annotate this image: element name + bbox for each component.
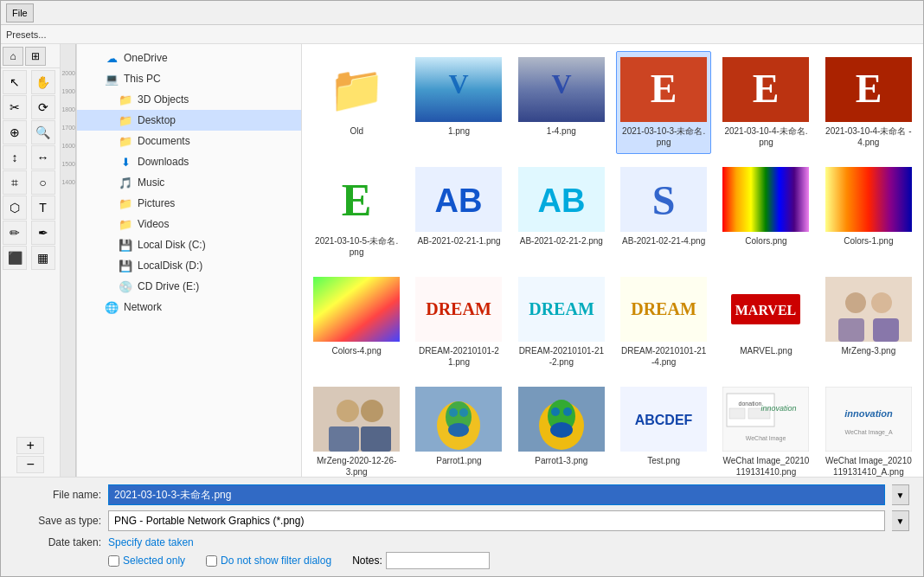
file-item-wechat1a[interactable]: innovation WeChat Image_A WeChat Image_2… — [821, 381, 916, 477]
filename-colors: Colors.png — [745, 235, 786, 247]
thumb-parrot1 — [415, 387, 502, 452]
file-item-mrzeng3[interactable]: MrZeng-3.png — [821, 271, 916, 374]
file-item-colors1[interactable]: Colors-1.png — [821, 161, 916, 264]
nav-item-documents[interactable]: 📁 Documents — [77, 131, 301, 151]
tool-brush[interactable]: ✒ — [31, 221, 55, 245]
file-item-ab2[interactable]: AB AB-2021-02-21-2.png — [514, 161, 609, 264]
file-item-colors4[interactable]: Colors-4.png — [309, 271, 404, 374]
svg-1png: V — [415, 57, 502, 122]
zoom-out-btn[interactable]: − — [16, 456, 44, 473]
selected-only-checkbox[interactable]: Selected only — [108, 555, 185, 567]
nav-item-localdiskc[interactable]: 💾 Local Disk (C:) — [77, 234, 301, 255]
tool-flip-v[interactable]: ↕ — [3, 145, 27, 170]
save-dialog: File Presets... ⌂ ⊞ ↖ ✋ ✂ ⟳ ⊕ 🔍 — [0, 0, 924, 577]
svg-text:AB: AB — [435, 183, 483, 219]
options-row: Selected only Do not show filter dialog … — [108, 552, 909, 569]
nav-item-cddrive[interactable]: 💿 CD Drive (E:) — [77, 276, 301, 297]
no-filter-input[interactable] — [206, 555, 217, 567]
filename-input[interactable] — [108, 484, 885, 505]
svg-rect-20 — [313, 277, 400, 342]
file-item-dream4[interactable]: DREAM DREAM-20210101-21-4.png — [616, 271, 711, 374]
notes-input[interactable] — [386, 552, 490, 569]
file-item-ab1[interactable]: AB AB-2021-02-21-1.png — [411, 161, 506, 264]
date-link[interactable]: Specify date taken — [108, 536, 194, 548]
tool-pattern[interactable]: ▦ — [31, 246, 55, 270]
tool-cut[interactable]: ✂ — [3, 95, 27, 119]
tool-pen[interactable]: ✏ — [3, 221, 27, 245]
tool-flip-h[interactable]: ↔ — [31, 145, 55, 170]
nav-item-music[interactable]: 🎵 Music — [77, 172, 301, 193]
tool-grid[interactable]: ⌗ — [3, 170, 27, 195]
file-item-colors[interactable]: Colors.png — [718, 161, 813, 264]
file-item-wechat1[interactable]: donation innovation WeChat Image WeChat … — [718, 381, 813, 477]
filename-dropdown-arrow[interactable]: ▼ — [892, 484, 909, 505]
file-item-old[interactable]: 📁 Old — [309, 51, 404, 154]
tool-zoom-in[interactable]: ⊕ — [3, 120, 27, 144]
svg-point-44 — [459, 408, 468, 417]
fit-btn[interactable]: ⊞ — [25, 47, 46, 66]
tool-rect[interactable]: ⬛ — [3, 246, 27, 270]
nav-label-music: Music — [138, 176, 164, 189]
svg-text:innovation: innovation — [844, 408, 893, 419]
file-item-1png[interactable]: V 1.png — [411, 51, 506, 154]
main-area: ⌂ ⊞ ↖ ✋ ✂ ⟳ ⊕ 🔍 ↕ ↔ ⌗ ○ ⬡ T ✏ ✒ — [1, 44, 923, 477]
nav-item-localdiskd[interactable]: 💾 LocalDisk (D:) — [77, 255, 301, 276]
file-item-mrzeng2020[interactable]: MrZeng-2020-12-26-3.png — [309, 381, 404, 477]
filename-1-4png: 1-4.png — [547, 125, 576, 137]
file-item-2021-03-10-3[interactable]: E 2021-03-10-3-未命名.png — [616, 51, 711, 154]
filetype-dropdown-arrow[interactable]: ▼ — [892, 510, 909, 531]
filename-marvel: MARVEL.png — [740, 345, 792, 356]
tool-zoom-out[interactable]: 🔍 — [31, 120, 55, 144]
tool-circle[interactable]: ○ — [31, 170, 55, 195]
file-item-2021-03-10-4[interactable]: E 2021-03-10-4-未命名.png — [718, 51, 813, 154]
tool-select[interactable]: ↖ — [3, 70, 27, 94]
filename-dream2: DREAM-20210101-21-2.png — [518, 345, 605, 368]
selected-only-input[interactable] — [108, 555, 119, 567]
svg-point-45 — [448, 423, 469, 437]
nav-item-3dobjects[interactable]: 📁 3D Objects — [77, 89, 301, 110]
filename-ab1: AB-2021-02-21-1.png — [417, 235, 500, 247]
tool-hand[interactable]: ✋ — [31, 70, 55, 94]
ruler-label-1400: 1400 — [61, 179, 75, 185]
file-item-2021-03-10-5[interactable]: E 2021-03-10-5-未命名.png — [309, 161, 404, 264]
filename-1png: 1.png — [448, 125, 470, 137]
svg-rect-34 — [873, 318, 899, 342]
svg-dream1: DREAM — [415, 277, 502, 342]
filetype-label: Save as type: — [15, 515, 101, 527]
file-item-dream1[interactable]: DREAM DREAM-20210101-21.png — [411, 271, 506, 374]
thumb-marvel: MARVEL — [722, 277, 809, 342]
tool-rotate[interactable]: ⟳ — [31, 95, 55, 119]
thispc-icon: 💻 — [105, 72, 119, 86]
file-menu-btn[interactable]: File — [6, 3, 34, 22]
tool-text[interactable]: T — [31, 196, 55, 220]
nav-item-pictures[interactable]: 📁 Pictures — [77, 193, 301, 214]
nav-label-onedrive: OneDrive — [124, 52, 168, 64]
file-item-dream2[interactable]: DREAM DREAM-20210101-21-2.png — [514, 271, 609, 374]
nav-and-files: ☁ OneDrive 💻 This PC 📁 3D Objects 📁 Desk… — [77, 44, 923, 477]
nav-item-videos[interactable]: 📁 Videos — [77, 214, 301, 234]
onedrive-icon: ☁ — [105, 51, 119, 65]
desktop-icon: 📁 — [119, 113, 132, 127]
zoom-in-btn[interactable]: + — [16, 437, 44, 454]
file-item-2021-03-10-4a[interactable]: E 2021-03-10-4-未命名 -4.png — [821, 51, 916, 154]
nav-item-downloads[interactable]: ⬇ Downloads — [77, 151, 301, 172]
nav-item-onedrive[interactable]: ☁ OneDrive — [77, 48, 301, 68]
file-item-ab4[interactable]: S AB-2021-02-21-4.png — [616, 161, 711, 264]
tool-polygon[interactable]: ⬡ — [3, 196, 27, 220]
file-area[interactable]: 📁 Old V 1.png — [302, 44, 923, 477]
file-item-parrot1[interactable]: Parrot1.png — [411, 381, 506, 477]
file-item-1-4png[interactable]: V 1-4.png — [514, 51, 609, 154]
svg-rect-33 — [838, 318, 864, 342]
nav-item-thispc[interactable]: 💻 This PC — [77, 68, 301, 89]
file-item-test[interactable]: ABCDEF Test.png — [616, 381, 711, 477]
no-filter-checkbox[interactable]: Do not show filter dialog — [206, 555, 331, 567]
svg-text:donation: donation — [739, 401, 762, 407]
filetype-input[interactable] — [108, 510, 885, 531]
nav-item-desktop[interactable]: 📁 Desktop — [77, 110, 301, 131]
file-item-marvel[interactable]: MARVEL MARVEL.png — [718, 271, 813, 374]
nav-item-network[interactable]: 🌐 Network — [77, 297, 301, 317]
svg-parrot1-3 — [518, 387, 605, 452]
home-btn[interactable]: ⌂ — [3, 47, 23, 66]
file-item-parrot1-3[interactable]: Parrot1-3.png — [514, 381, 609, 477]
svg-text:S: S — [652, 177, 676, 223]
